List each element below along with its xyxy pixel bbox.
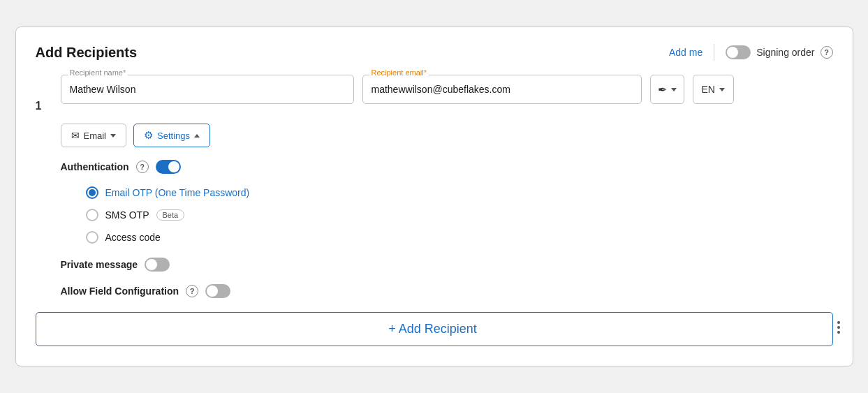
signature-type-button[interactable]: ✒	[650, 75, 684, 104]
gear-icon: ⚙	[144, 129, 153, 142]
email-button[interactable]: ✉ Email	[61, 124, 127, 147]
authentication-label: Authentication	[61, 161, 129, 172]
allow-field-row: Allow Field Configuration ?	[61, 284, 833, 298]
header-divider	[714, 44, 714, 61]
allow-field-toggle[interactable]	[205, 284, 230, 298]
add-me-link[interactable]: Add me	[669, 47, 703, 58]
email-label: Email	[84, 131, 107, 141]
recipient-row: 1 Recipient name* Recipient email* ✒ EN	[36, 75, 833, 112]
email-otp-label: Email OTP (One Time Password)	[105, 187, 250, 198]
chevron-down-icon	[110, 134, 116, 138]
action-row: ✉ Email ⚙ Settings	[61, 124, 833, 147]
more-options-button[interactable]	[833, 316, 844, 339]
allow-field-label: Allow Field Configuration	[61, 286, 179, 297]
more-dot-2	[837, 326, 840, 329]
private-message-row: Private message	[61, 258, 833, 272]
language-button[interactable]: EN	[693, 75, 734, 104]
access-code-label: Access code	[105, 232, 161, 243]
signing-order-label: Signing order	[756, 47, 814, 58]
settings-button[interactable]: ⚙ Settings	[133, 124, 210, 147]
chevron-down-icon	[719, 88, 725, 91]
access-code-radio[interactable]	[86, 231, 98, 244]
more-dot-3	[837, 331, 840, 334]
add-recipient-label: + Add Recipient	[388, 322, 477, 336]
auth-radio-group: Email OTP (One Time Password) SMS OTP Be…	[86, 186, 833, 244]
private-message-toggle[interactable]	[145, 258, 170, 272]
recipient-fields: Recipient name* Recipient email* ✒ EN	[61, 75, 833, 104]
sms-otp-radio[interactable]	[86, 209, 98, 221]
recipient-number: 1	[36, 100, 50, 112]
signing-order-wrap: Signing order ?	[726, 45, 832, 59]
recipient-name-input[interactable]	[61, 75, 354, 104]
access-code-option[interactable]: Access code	[86, 231, 833, 244]
email-label: Recipient email*	[369, 68, 429, 77]
pen-icon: ✒	[658, 83, 667, 96]
email-otp-radio[interactable]	[86, 186, 98, 199]
signing-order-help-icon[interactable]: ?	[821, 46, 833, 59]
authentication-toggle[interactable]	[156, 160, 181, 174]
recipient-email-input[interactable]	[362, 75, 642, 104]
language-label: EN	[702, 84, 715, 95]
more-dot-1	[837, 321, 840, 324]
add-recipient-bar[interactable]: + Add Recipient	[36, 312, 833, 346]
add-recipients-card: Add Recipients Add me Signing order ? 1 …	[15, 27, 853, 366]
card-header: Add Recipients Add me Signing order ?	[36, 44, 833, 61]
chevron-down-icon	[671, 88, 677, 91]
name-field-group: Recipient name*	[61, 75, 354, 104]
settings-panel: Authentication ? Email OTP (One Time Pas…	[61, 160, 833, 298]
private-message-label: Private message	[61, 259, 138, 270]
header-actions: Add me Signing order ?	[669, 44, 833, 61]
email-otp-option[interactable]: Email OTP (One Time Password)	[86, 186, 833, 199]
authentication-row: Authentication ?	[61, 160, 833, 174]
page-title: Add Recipients	[36, 45, 138, 61]
sms-otp-label: SMS OTP	[105, 209, 149, 221]
send-icon: ✉	[71, 130, 80, 141]
chevron-up-icon	[194, 134, 200, 138]
name-label: Recipient name*	[68, 68, 128, 77]
settings-label: Settings	[157, 131, 190, 141]
authentication-help-icon[interactable]: ?	[136, 161, 149, 173]
sms-otp-option[interactable]: SMS OTP Beta	[86, 209, 833, 221]
allow-field-help-icon[interactable]: ?	[186, 285, 198, 297]
signing-order-toggle[interactable]	[726, 45, 751, 59]
beta-badge: Beta	[156, 209, 185, 221]
email-field-group: Recipient email*	[362, 75, 642, 104]
